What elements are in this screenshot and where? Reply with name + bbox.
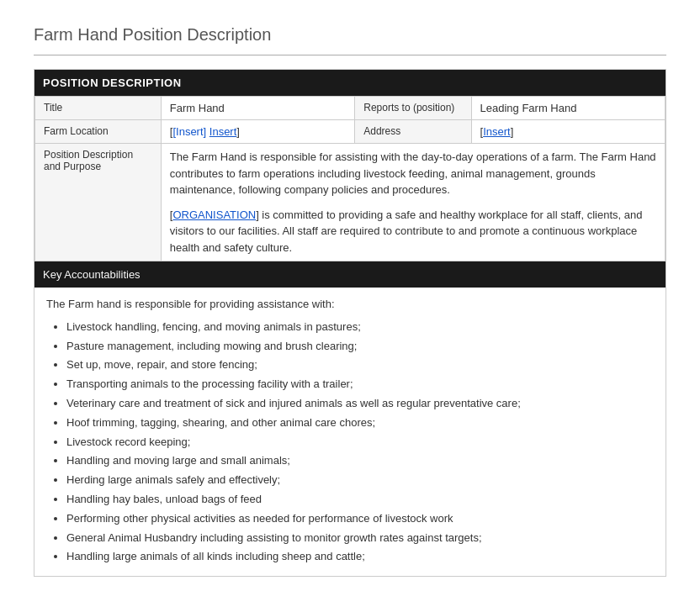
page-title: Farm Hand Position Description xyxy=(34,25,666,45)
list-item: Transporting animals to the processing f… xyxy=(66,376,654,393)
farm-location-value: [[Insert] // inline fix for insert text … xyxy=(161,120,354,144)
farm-location-insert: [Insert] xyxy=(172,125,206,138)
title-row: Title Farm Hand Reports to (position) Le… xyxy=(35,97,666,120)
list-item: Pasture management, including mowing and… xyxy=(66,338,654,356)
address-value: [Insert] xyxy=(471,120,665,144)
document-container: POSITION DESCRIPTION Title Farm Hand Rep… xyxy=(34,69,666,577)
list-item: Livestock record keeping; xyxy=(66,434,654,451)
list-item: Herding large animals safely and effecti… xyxy=(66,472,654,489)
location-row: Farm Location [[Insert] // inline fix fo… xyxy=(35,120,666,144)
accountabilities-list: Livestock handling, fencing, and moving … xyxy=(46,319,654,566)
reports-to-label: Reports to (position) xyxy=(355,97,471,120)
list-item: Handling hay bales, unload bags of feed xyxy=(66,491,654,509)
accountabilities-intro: The Farm hand is responsible for providi… xyxy=(46,296,654,314)
address-insert-link[interactable]: Insert xyxy=(483,125,511,138)
accountabilities-header: Key Accountabilities xyxy=(34,261,666,288)
list-item: General Animal Husbandry including assis… xyxy=(66,530,654,547)
title-value: Farm Hand xyxy=(161,97,354,120)
position-description-row: Position Description and Purpose The Far… xyxy=(35,144,666,261)
list-item: Handling large animals of all kinds incl… xyxy=(66,548,654,566)
position-desc-content: The Farm Hand is responsible for assisti… xyxy=(161,144,665,261)
list-item: Performing other physical activities as … xyxy=(66,510,654,528)
title-label: Title xyxy=(35,97,162,120)
section-header: POSITION DESCRIPTION xyxy=(34,70,666,96)
list-item: Handling and moving large and small anim… xyxy=(66,452,654,470)
list-item: Livestock handling, fencing, and moving … xyxy=(66,319,654,336)
position-desc-p1: The Farm Hand is responsible for assisti… xyxy=(170,149,656,198)
position-desc-p2: [ORGANISATION] is committed to providing… xyxy=(170,207,656,256)
accountabilities-body: The Farm hand is responsible for providi… xyxy=(34,288,666,576)
farm-location-label: Farm Location xyxy=(35,120,162,144)
organisation-link[interactable]: ORGANISATION xyxy=(172,208,256,221)
position-desc-label: Position Description and Purpose xyxy=(35,144,162,261)
list-item: Set up, move, repair, and store fencing; xyxy=(66,356,654,374)
divider xyxy=(34,55,666,55)
list-item: Veterinary care and treatment of sick an… xyxy=(66,395,654,413)
info-table: Title Farm Hand Reports to (position) Le… xyxy=(34,96,666,261)
reports-to-value: Leading Farm Hand xyxy=(471,97,665,120)
list-item: Hoof trimming, tagging, shearing, and ot… xyxy=(66,414,654,432)
farm-location-insert-link[interactable]: Insert xyxy=(209,125,237,138)
address-label: Address xyxy=(355,120,471,144)
